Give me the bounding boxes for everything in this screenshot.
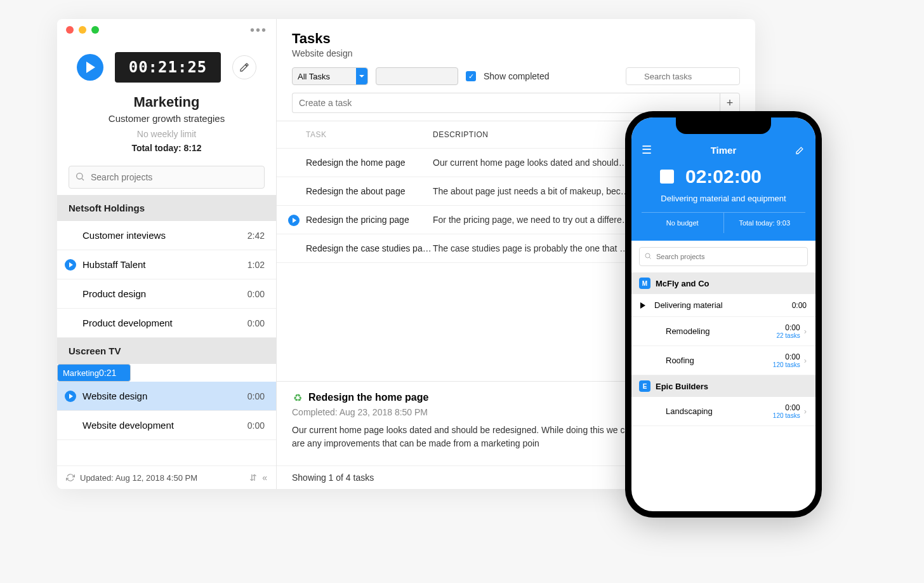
phone-project-row[interactable]: Landscaping0:00120 tasks› bbox=[631, 397, 815, 426]
recycle-icon: ♻ bbox=[292, 392, 303, 403]
project-row[interactable]: Hubstaff Talent1:02 bbox=[57, 250, 276, 279]
phone-project-row[interactable]: Delivering material0:00 bbox=[631, 294, 815, 317]
close-dot[interactable] bbox=[66, 26, 74, 34]
filter-tasks-select[interactable]: All Tasks bbox=[292, 67, 368, 85]
svg-point-4 bbox=[645, 253, 650, 258]
total-today-stat: Total today: 9:03 bbox=[723, 213, 806, 233]
project-name: Roofing bbox=[654, 356, 773, 365]
project-search bbox=[69, 166, 265, 189]
play-icon[interactable] bbox=[640, 302, 649, 309]
project-time: 0:00 bbox=[248, 420, 265, 431]
filter-bar: All Tasks ✓ Show completed bbox=[277, 64, 755, 93]
compact-icon[interactable]: ⇵ bbox=[249, 472, 257, 483]
task-count: 120 tasks bbox=[773, 361, 800, 368]
weekly-limit-text: No weekly limit bbox=[57, 129, 276, 139]
updated-text: Updated: Aug 12, 2018 4:50 PM bbox=[80, 473, 197, 483]
timer-block: 00:21:25 Marketing Customer growth strat… bbox=[57, 41, 276, 157]
chevron-right-icon: › bbox=[804, 326, 807, 336]
window-titlebar: ••• bbox=[57, 19, 276, 41]
pencil-icon bbox=[239, 62, 249, 72]
project-row[interactable]: Marketing0:21 bbox=[57, 364, 131, 382]
sidebar-footer: Updated: Aug 12, 2018 4:50 PM ⇵ « bbox=[57, 466, 276, 489]
phone-device: ☰ Timer 02:02:00 Delivering material and… bbox=[625, 111, 822, 518]
task-search-input[interactable] bbox=[626, 67, 740, 85]
project-list: Netsoft HoldingsCustomer inteviews2:42Hu… bbox=[57, 195, 276, 466]
phone-current-task: Delivering material and equipment bbox=[642, 194, 805, 203]
main-subtitle: Website design bbox=[292, 48, 740, 58]
edit-button[interactable] bbox=[232, 55, 256, 79]
add-task-button[interactable]: + bbox=[720, 93, 740, 113]
project-time: 0:00 bbox=[773, 403, 800, 412]
project-name: Website design bbox=[82, 391, 248, 401]
project-row[interactable]: Customer inteviews2:42 bbox=[57, 221, 276, 250]
project-name: Remodeling bbox=[654, 326, 776, 336]
task-count: 22 tasks bbox=[776, 332, 800, 339]
th-task: TASK bbox=[306, 130, 433, 139]
project-name: Website development bbox=[82, 420, 248, 431]
total-today-text: Total today: 8:12 bbox=[57, 143, 276, 153]
org-badge: E bbox=[639, 380, 650, 392]
main-title: Tasks bbox=[292, 30, 740, 47]
show-completed-checkbox[interactable]: ✓ bbox=[466, 71, 476, 81]
project-row[interactable]: Website design0:00 bbox=[57, 382, 276, 411]
phone-search-input[interactable] bbox=[639, 247, 808, 266]
chevron-right-icon: › bbox=[804, 406, 807, 416]
project-search-input[interactable] bbox=[69, 166, 265, 189]
project-time: 0:00 bbox=[773, 352, 800, 361]
task-name: Redesign the case studies pa… bbox=[306, 243, 433, 253]
org-badge: M bbox=[639, 278, 650, 289]
task-name: Redesign the pricing page bbox=[306, 215, 433, 225]
project-name: Delivering material bbox=[654, 300, 792, 310]
play-icon[interactable] bbox=[65, 259, 76, 271]
project-row[interactable]: Product development0:00 bbox=[57, 309, 276, 338]
project-row[interactable]: Website development0:00 bbox=[57, 411, 276, 440]
phone-project-row[interactable]: Remodeling0:0022 tasks› bbox=[631, 317, 815, 346]
detail-title: Redesign the home page bbox=[308, 392, 428, 403]
svg-line-1 bbox=[82, 178, 84, 180]
hamburger-icon[interactable]: ☰ bbox=[642, 143, 652, 157]
org-header: Netsoft Holdings bbox=[57, 195, 276, 221]
project-name: Hubstaff Talent bbox=[82, 259, 248, 270]
stop-button[interactable] bbox=[660, 170, 674, 184]
project-time: 0:00 bbox=[776, 323, 800, 332]
search-icon bbox=[75, 171, 85, 182]
project-name: Product development bbox=[82, 318, 248, 328]
create-task-input[interactable] bbox=[292, 93, 720, 113]
phone-project-row[interactable]: Roofing0:00120 tasks› bbox=[631, 346, 815, 375]
minimize-dot[interactable] bbox=[79, 26, 86, 34]
current-project-desc: Customer growth strategies bbox=[57, 113, 276, 124]
phone-screen: ☰ Timer 02:02:00 Delivering material and… bbox=[631, 117, 815, 511]
org-name: McFly and Co bbox=[656, 279, 710, 288]
project-name: Product design bbox=[82, 288, 248, 299]
play-icon[interactable] bbox=[65, 391, 76, 402]
project-name: Customer inteviews bbox=[82, 230, 248, 241]
more-icon[interactable]: ••• bbox=[250, 23, 267, 37]
project-time: 2:42 bbox=[248, 231, 265, 241]
edit-icon[interactable] bbox=[795, 145, 805, 155]
current-project-name: Marketing bbox=[57, 94, 276, 111]
task-count: 120 tasks bbox=[773, 412, 800, 419]
project-name: Marketing bbox=[63, 368, 99, 378]
phone-project-list: MMcFly and CoDelivering material0:00Remo… bbox=[631, 272, 815, 426]
task-name: Redesign the about page bbox=[306, 186, 433, 196]
project-time: 1:02 bbox=[248, 260, 265, 270]
svg-line-5 bbox=[649, 257, 650, 258]
zoom-dot[interactable] bbox=[91, 26, 99, 34]
budget-stat: No budget bbox=[642, 213, 723, 233]
refresh-icon[interactable] bbox=[66, 473, 75, 482]
collapse-icon[interactable]: « bbox=[262, 472, 267, 483]
project-name: Landscaping bbox=[654, 406, 773, 416]
filter-secondary-select[interactable] bbox=[376, 67, 458, 85]
project-time: 0:00 bbox=[248, 289, 265, 299]
timer-display: 00:21:25 bbox=[115, 52, 221, 83]
play-icon[interactable] bbox=[288, 215, 300, 226]
project-time: 0:00 bbox=[248, 318, 265, 328]
project-row[interactable]: Product design0:00 bbox=[57, 279, 276, 309]
search-icon bbox=[644, 252, 652, 260]
sidebar: ••• 00:21:25 Marketing Customer growth s… bbox=[57, 19, 277, 489]
show-completed-label: Show completed bbox=[484, 71, 550, 81]
create-task-row: + bbox=[292, 93, 740, 113]
project-time: 0:21 bbox=[99, 368, 116, 378]
phone-org-header: EEpic Builders bbox=[631, 375, 815, 397]
play-button[interactable] bbox=[77, 54, 103, 81]
